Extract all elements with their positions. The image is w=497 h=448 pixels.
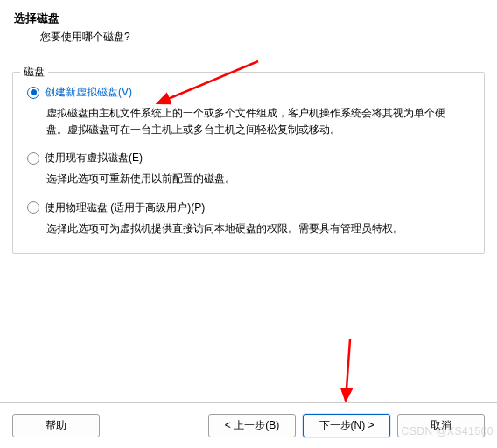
- option-use-physical: 使用物理磁盘 (适用于高级用户)(P) 选择此选项可为虚拟机提供直接访问本地硬盘…: [27, 200, 470, 237]
- radio-use-physical[interactable]: 使用物理磁盘 (适用于高级用户)(P): [27, 200, 470, 215]
- back-button[interactable]: < 上一步(B): [208, 414, 296, 438]
- radio-icon: [27, 201, 39, 214]
- radio-label: 使用物理磁盘 (适用于高级用户)(P): [45, 200, 205, 215]
- radio-label: 使用现有虚拟磁盘(E): [45, 150, 143, 165]
- page-subtitle: 您要使用哪个磁盘?: [40, 30, 483, 45]
- option-desc: 虚拟磁盘由主机文件系统上的一个或多个文件组成，客户机操作系统会将其视为单个硬盘。…: [46, 105, 449, 138]
- page-title: 选择磁盘: [14, 10, 483, 26]
- next-button[interactable]: 下一步(N) >: [303, 414, 390, 438]
- cancel-button[interactable]: 取消: [397, 414, 485, 438]
- disk-group: 磁盘 创建新虚拟磁盘(V) 虚拟磁盘由主机文件系统上的一个或多个文件组成，客户机…: [12, 72, 485, 254]
- radio-icon: [27, 87, 39, 99]
- radio-label: 创建新虚拟磁盘(V): [45, 85, 132, 100]
- group-legend: 磁盘: [20, 65, 48, 80]
- radio-create-new[interactable]: 创建新虚拟磁盘(V): [27, 85, 470, 100]
- option-desc: 选择此选项可为虚拟机提供直接访问本地硬盘的权限。需要具有管理员特权。: [46, 220, 449, 237]
- radio-use-existing[interactable]: 使用现有虚拟磁盘(E): [27, 150, 470, 165]
- option-create-new: 创建新虚拟磁盘(V) 虚拟磁盘由主机文件系统上的一个或多个文件组成，客户机操作系…: [27, 85, 470, 138]
- radio-icon: [27, 152, 39, 164]
- help-button[interactable]: 帮助: [12, 414, 100, 438]
- option-use-existing: 使用现有虚拟磁盘(E) 选择此选项可重新使用以前配置的磁盘。: [27, 150, 470, 187]
- footer: 帮助 < 上一步(B) 下一步(N) > 取消: [0, 402, 497, 438]
- header-divider: [0, 59, 497, 60]
- svg-line-1: [346, 340, 350, 401]
- option-desc: 选择此选项可重新使用以前配置的磁盘。: [46, 171, 449, 187]
